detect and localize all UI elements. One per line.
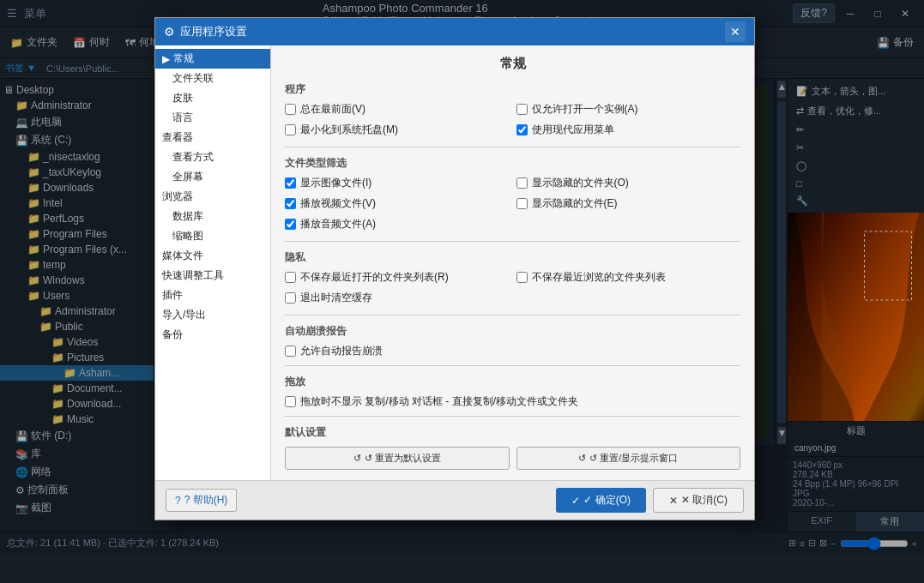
no-dialog-dragdrop-checkbox[interactable] <box>285 396 296 407</box>
dragdrop-group-label: 拖放 <box>285 375 740 389</box>
nav-thumbnail[interactable]: 缩略图 <box>155 226 270 246</box>
filetype-group-label: 文件类型筛选 <box>285 156 740 171</box>
nav-viewmode[interactable]: 查看方式 <box>155 147 270 167</box>
no-recent-folders-checkbox[interactable] <box>285 272 296 283</box>
minimize-tray-checkbox[interactable] <box>285 124 296 135</box>
no-recent-browse-row: 不保存最近浏览的文件夹列表 <box>516 270 741 285</box>
nav-language[interactable]: 语言 <box>155 108 270 128</box>
no-recent-folders-label: 不保存最近打开的文件夹列表(R) <box>300 270 449 285</box>
show-hidden-folders-label: 显示隐藏的文件夹(O) <box>532 176 629 190</box>
privacy-col-2: 不保存最近浏览的文件夹列表 <box>516 270 741 287</box>
nav-quicktools[interactable]: 快速调整工具 <box>155 266 270 285</box>
clear-cache-label: 退出时清空缓存 <box>300 291 372 305</box>
show-audio-label: 播放音频文件(A) <box>300 217 376 231</box>
no-dialog-dragdrop-row: 拖放时不显示 复制/移动 对话框 - 直接复制/移动文件或文件夹 <box>285 394 740 409</box>
nav-indicator-general: ▶ <box>162 53 170 65</box>
dialog-navigation: ▶ 常规 文件关联 皮肤 语言 查看器 查看方式 <box>155 45 271 480</box>
divider-1 <box>285 147 740 147</box>
privacy-row: 不保存最近打开的文件夹列表(R) 退出时清空缓存 不保存最近浏览的文件夹列表 <box>285 270 740 308</box>
program-col-1: 总在最前面(V) 最小化到系统托盘(M) <box>285 102 510 140</box>
show-videos-label: 播放视频文件(V) <box>300 196 376 211</box>
dialog-content-area: 常规 程序 总在最前面(V) 最小化到系统托盘(M) <box>271 45 754 480</box>
nav-label-mediafiles: 媒体文件 <box>162 249 203 263</box>
single-instance-label: 仅允许打开一个实例(A) <box>532 102 638 117</box>
nav-label-language: 语言 <box>172 111 193 125</box>
nav-general[interactable]: ▶ 常规 <box>155 49 270 69</box>
nav-label-importexport: 导入/导出 <box>162 308 206 322</box>
help-label: ? 帮助(H) <box>184 493 228 508</box>
clear-cache-checkbox[interactable] <box>285 292 296 304</box>
filetype-row: 显示图像文件(I) 播放视频文件(V) 播放音频文件(A) <box>285 176 740 234</box>
allow-crash-checkbox[interactable] <box>285 346 296 357</box>
show-audio-checkbox[interactable] <box>285 219 296 230</box>
show-hidden-files-row: 显示隐藏的文件(E) <box>516 196 741 211</box>
no-recent-browse-checkbox[interactable] <box>516 272 528 283</box>
reset-defaults-button[interactable]: ↺ ↺ 重置为默认设置 <box>285 447 510 470</box>
dialog-action-buttons: ✓ ✓ 确定(O) ✕ ✕ 取消(C) <box>556 488 744 513</box>
nav-plugins[interactable]: 插件 <box>155 285 270 305</box>
dialog-section-heading: 常规 <box>285 56 740 72</box>
dialog-footer: ? ? 帮助(H) ✓ ✓ 确定(O) ✕ ✕ 取消(C) <box>155 480 754 520</box>
show-images-checkbox[interactable] <box>285 177 296 189</box>
single-instance-checkbox[interactable] <box>516 104 528 115</box>
nav-label-database: 数据库 <box>172 209 203 224</box>
modern-menu-checkbox[interactable] <box>516 124 528 135</box>
show-hidden-folders-checkbox[interactable] <box>516 177 528 189</box>
nav-fullscreen[interactable]: 全屏幕 <box>155 167 270 187</box>
reset-buttons-row: ↺ ↺ 重置为默认设置 ↺ ↺ 重置/显示提示窗口 <box>285 447 740 470</box>
nav-label-quicktools: 快速调整工具 <box>162 268 224 283</box>
always-front-label: 总在最前面(V) <box>300 102 365 117</box>
no-recent-folders-row: 不保存最近打开的文件夹列表(R) <box>285 270 510 285</box>
dialog-title-text: 应用程序设置 <box>180 24 247 39</box>
show-hidden-folders-row: 显示隐藏的文件夹(O) <box>516 176 741 190</box>
reset-defaults-label: ↺ 重置为默认设置 <box>365 452 441 465</box>
nav-label-plugins: 插件 <box>162 288 183 303</box>
help-button[interactable]: ? ? 帮助(H) <box>166 489 237 512</box>
nav-viewer[interactable]: 查看器 <box>155 128 270 147</box>
divider-4 <box>285 365 740 366</box>
nav-backup[interactable]: 备份 <box>155 325 270 345</box>
divider-3 <box>285 315 740 316</box>
defaults-group-label: 默认设置 <box>285 425 740 440</box>
divider-5 <box>285 416 740 417</box>
help-icon: ? <box>175 495 181 507</box>
nav-label-viewmode: 查看方式 <box>172 150 214 165</box>
confirm-icon: ✓ <box>571 495 580 507</box>
allow-crash-row: 允许自动报告崩溃 <box>285 344 740 358</box>
divider-2 <box>285 241 740 242</box>
nav-mediafiles[interactable]: 媒体文件 <box>155 246 270 266</box>
nav-label-browser: 浏览器 <box>162 189 193 204</box>
minimize-tray-label: 最小化到系统托盘(M) <box>300 123 398 137</box>
show-images-label: 显示图像文件(I) <box>300 176 371 190</box>
minimize-tray-row: 最小化到系统托盘(M) <box>285 123 510 137</box>
nav-label-thumbnail: 缩略图 <box>172 229 203 243</box>
single-instance-row: 仅允许打开一个实例(A) <box>516 102 741 117</box>
program-row: 总在最前面(V) 最小化到系统托盘(M) 仅允许打开一个实例(A) <box>285 102 740 140</box>
crash-group-label: 自动崩溃报告 <box>285 324 740 339</box>
privacy-col-1: 不保存最近打开的文件夹列表(R) 退出时清空缓存 <box>285 270 510 308</box>
filetype-col-1: 显示图像文件(I) 播放视频文件(V) 播放音频文件(A) <box>285 176 510 234</box>
nav-browser[interactable]: 浏览器 <box>155 187 270 207</box>
nav-label-viewer: 查看器 <box>162 130 193 145</box>
show-hidden-files-checkbox[interactable] <box>516 198 528 209</box>
nav-database[interactable]: 数据库 <box>155 207 270 226</box>
cancel-icon: ✕ <box>669 495 678 507</box>
nav-skin[interactable]: 皮肤 <box>155 88 270 108</box>
show-videos-checkbox[interactable] <box>285 198 296 209</box>
nav-label-skin: 皮肤 <box>172 91 193 105</box>
restore-icon: ↺ <box>578 453 586 464</box>
dialog-close-button[interactable]: ✕ <box>725 21 746 42</box>
restore-prompts-button[interactable]: ↺ ↺ 重置/显示提示窗口 <box>516 447 741 470</box>
cancel-label: ✕ 取消(C) <box>681 493 728 508</box>
cancel-button[interactable]: ✕ ✕ 取消(C) <box>653 488 744 513</box>
dialog-body: ▶ 常规 文件关联 皮肤 语言 查看器 查看方式 <box>155 45 754 480</box>
nav-importexport[interactable]: 导入/导出 <box>155 305 270 325</box>
filetype-col-2: 显示隐藏的文件夹(O) 显示隐藏的文件(E) <box>516 176 741 213</box>
nav-label-fileassoc: 文件关联 <box>172 71 214 86</box>
confirm-button[interactable]: ✓ ✓ 确定(O) <box>556 488 646 513</box>
clear-cache-row: 退出时清空缓存 <box>285 291 510 305</box>
always-front-checkbox[interactable] <box>285 104 296 115</box>
show-audio-row: 播放音频文件(A) <box>285 217 510 231</box>
always-front-row: 总在最前面(V) <box>285 102 510 117</box>
nav-fileassoc[interactable]: 文件关联 <box>155 69 270 88</box>
